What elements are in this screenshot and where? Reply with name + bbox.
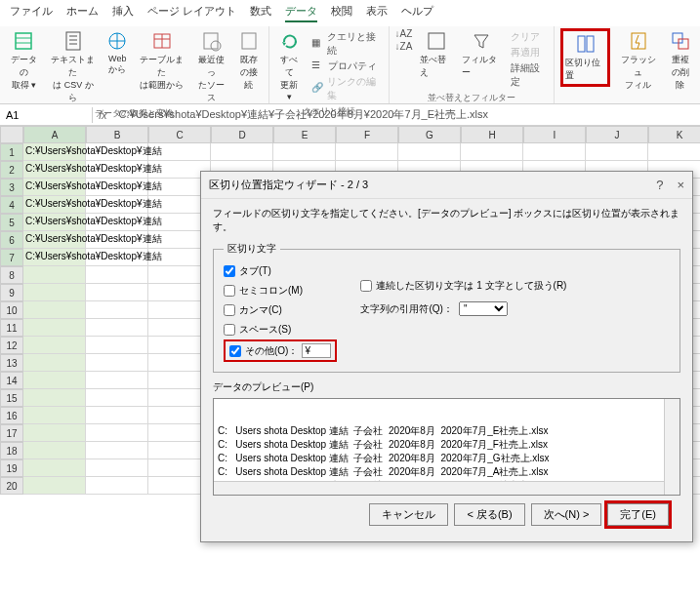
- row-header[interactable]: 19: [0, 459, 23, 477]
- cell[interactable]: C:¥Users¥shota¥Desktop¥連結: [23, 143, 86, 161]
- row-header[interactable]: 15: [0, 389, 23, 407]
- space-checkbox[interactable]: スペース(S): [224, 323, 337, 337]
- row-header[interactable]: 20: [0, 477, 23, 495]
- data-preview-box[interactable]: C: Users shota Desktop 連結 子会社 2020年8月 20…: [213, 398, 680, 496]
- column-header[interactable]: I: [523, 126, 586, 143]
- reapply-item[interactable]: 再適用: [511, 46, 546, 60]
- menu-item[interactable]: 数式: [250, 4, 271, 22]
- cell[interactable]: [523, 143, 586, 161]
- sort-za-button[interactable]: ↓ZA: [395, 41, 413, 52]
- column-header[interactable]: A: [23, 126, 86, 143]
- column-header[interactable]: H: [461, 126, 523, 143]
- from-table-button[interactable]: テーブルまた は範囲から: [136, 28, 187, 94]
- cell[interactable]: [86, 442, 148, 459]
- cell[interactable]: [86, 372, 148, 389]
- flash-fill-button[interactable]: フラッシュ フィル: [616, 28, 660, 94]
- close-icon[interactable]: ×: [677, 178, 684, 192]
- from-text-csv-button[interactable]: テキストまた は CSV から: [48, 28, 100, 106]
- finish-button[interactable]: 完了(E): [607, 503, 669, 526]
- cell[interactable]: [398, 143, 461, 161]
- cell[interactable]: [86, 337, 148, 354]
- cell[interactable]: [23, 319, 86, 337]
- cell[interactable]: C:¥Users¥shota¥Desktop¥連結: [23, 196, 86, 214]
- refresh-all-button[interactable]: すべて 更新 ▾: [275, 28, 304, 103]
- cell[interactable]: [86, 477, 148, 495]
- advanced-item[interactable]: 詳細設定: [511, 61, 546, 89]
- help-icon[interactable]: ?: [656, 178, 663, 192]
- horizontal-scrollbar[interactable]: [214, 481, 664, 495]
- queries-connections-item[interactable]: ▦クエリと接続: [311, 30, 381, 58]
- menu-item-data[interactable]: データ: [285, 4, 317, 22]
- cell[interactable]: [23, 337, 86, 354]
- fx-icon[interactable]: fx: [93, 109, 113, 121]
- edit-links-item[interactable]: 🔗リンクの編集: [311, 75, 381, 102]
- cell[interactable]: [86, 424, 148, 442]
- back-button[interactable]: < 戻る(B): [454, 503, 524, 526]
- other-delimiter-input[interactable]: [302, 343, 331, 358]
- from-web-button[interactable]: Web から: [104, 28, 130, 78]
- remove-duplicates-button[interactable]: 重複 の削除: [666, 28, 694, 94]
- cell[interactable]: [273, 143, 336, 161]
- cell[interactable]: C:¥Users¥shota¥Desktop¥連結: [23, 249, 86, 266]
- existing-connections-button[interactable]: 既存 の接続: [235, 28, 263, 94]
- comma-checkbox[interactable]: カンマ(C): [224, 303, 337, 317]
- row-header[interactable]: 5: [0, 214, 23, 231]
- cell[interactable]: C:¥Users¥shota¥Desktop¥連結: [23, 179, 86, 196]
- cell[interactable]: C:¥Users¥shota¥Desktop¥連結: [23, 161, 86, 179]
- cell[interactable]: [86, 459, 148, 477]
- row-header[interactable]: 7: [0, 249, 23, 266]
- row-header[interactable]: 12: [0, 337, 23, 354]
- menu-item[interactable]: 挿入: [112, 4, 134, 22]
- row-header[interactable]: 10: [0, 301, 23, 319]
- column-header[interactable]: F: [336, 126, 398, 143]
- cancel-button[interactable]: キャンセル: [369, 503, 448, 526]
- cell[interactable]: C:¥Users¥shota¥Desktop¥連結: [23, 231, 86, 249]
- cell[interactable]: [86, 354, 148, 372]
- filter-button[interactable]: フィルター: [460, 28, 504, 81]
- row-header[interactable]: 18: [0, 442, 23, 459]
- other-checkbox[interactable]: その他(O)：: [229, 344, 298, 358]
- column-header[interactable]: K: [648, 126, 700, 143]
- menu-item[interactable]: 校閲: [331, 4, 352, 22]
- clear-filter-item[interactable]: クリア: [511, 30, 546, 44]
- cell[interactable]: [23, 284, 86, 301]
- consecutive-checkbox[interactable]: 連続した区切り文字は 1 文字として扱う(R): [360, 279, 566, 293]
- menu-item[interactable]: ページ レイアウト: [147, 4, 236, 22]
- cell[interactable]: [86, 319, 148, 337]
- column-header[interactable]: J: [586, 126, 648, 143]
- row-header[interactable]: 4: [0, 196, 23, 214]
- row-header[interactable]: 16: [0, 407, 23, 424]
- name-box[interactable]: A1: [0, 107, 93, 123]
- row-header[interactable]: 17: [0, 424, 23, 442]
- cell[interactable]: [648, 143, 700, 161]
- cell[interactable]: [23, 354, 86, 372]
- get-data-button[interactable]: データの 取得 ▾: [6, 28, 42, 94]
- row-header[interactable]: 1: [0, 143, 23, 161]
- cell[interactable]: [86, 301, 148, 319]
- cell[interactable]: [23, 424, 86, 442]
- row-header[interactable]: 14: [0, 372, 23, 389]
- row-header[interactable]: 6: [0, 231, 23, 249]
- row-header[interactable]: 9: [0, 284, 23, 301]
- cell[interactable]: [461, 143, 523, 161]
- cell[interactable]: [586, 143, 648, 161]
- cell[interactable]: [23, 477, 86, 495]
- column-header[interactable]: C: [148, 126, 211, 143]
- column-header[interactable]: D: [211, 126, 273, 143]
- menu-item[interactable]: ファイル: [10, 4, 53, 22]
- cell[interactable]: [336, 143, 398, 161]
- menu-item[interactable]: ホーム: [66, 4, 99, 22]
- text-qualifier-select[interactable]: ": [459, 301, 508, 316]
- column-header[interactable]: E: [273, 126, 336, 143]
- cell[interactable]: [86, 407, 148, 424]
- row-header[interactable]: 8: [0, 266, 23, 284]
- cell[interactable]: [23, 389, 86, 407]
- sort-az-button[interactable]: ↓AZ: [395, 28, 413, 39]
- formula-bar[interactable]: C:¥Users¥shota¥Desktop¥連結¥子会社¥2020年8月¥20…: [113, 105, 700, 124]
- cell[interactable]: [23, 372, 86, 389]
- cell[interactable]: [211, 143, 273, 161]
- column-header[interactable]: B: [86, 126, 148, 143]
- row-header[interactable]: 11: [0, 319, 23, 337]
- cell[interactable]: [23, 301, 86, 319]
- cell[interactable]: [86, 284, 148, 301]
